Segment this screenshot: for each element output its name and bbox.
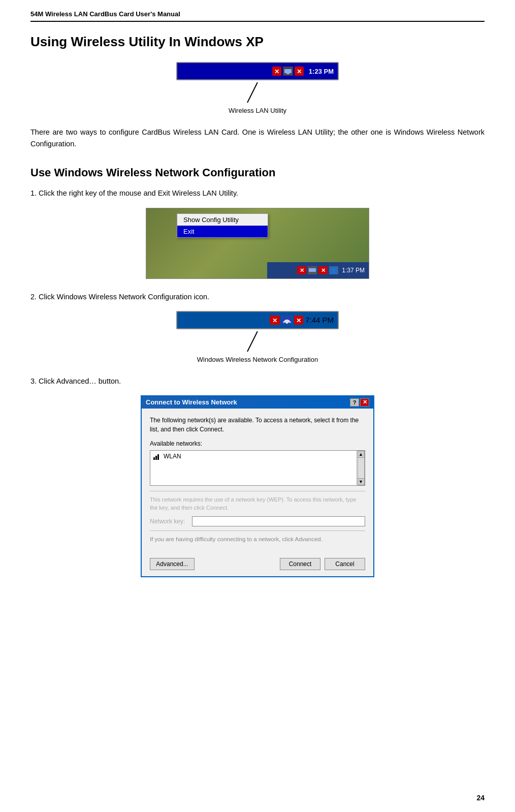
step1-text: 1. Click the right key of the mouse and … xyxy=(30,188,485,199)
svg-rect-11 xyxy=(309,268,316,272)
svg-text:👤: 👤 xyxy=(330,267,337,274)
taskbar-screenshot-3: ✕ ✕ 7:44 PM Windows Wireless Network Con… xyxy=(30,311,485,363)
svg-text:✕: ✕ xyxy=(272,317,277,324)
scroll-down[interactable]: ▼ xyxy=(358,478,365,485)
context-menu-container: Show Config Utility Exit ✕ ✕ 👤 1:37 PM xyxy=(146,208,369,279)
taskbar-2-time: 1:37 PM xyxy=(342,267,365,274)
tray-icon-taskbar2-4: 👤 xyxy=(329,266,338,274)
network-item-wlan[interactable]: WLAN xyxy=(151,452,364,461)
svg-text:✕: ✕ xyxy=(300,267,304,273)
connect-button[interactable]: Connect xyxy=(280,558,320,570)
available-networks-label: Available networks: xyxy=(150,440,365,447)
svg-rect-24 xyxy=(155,456,157,460)
step2-text: 2. Click Windows Wireless Network Config… xyxy=(30,291,485,303)
scrollbar[interactable]: ▲ ▼ xyxy=(357,451,365,485)
network-signal-icon xyxy=(153,453,160,460)
section2-title: Use Windows Wireless Network Configurati… xyxy=(30,166,485,179)
taskbar-3-time: 7:44 PM xyxy=(305,316,334,324)
svg-line-22 xyxy=(247,331,258,352)
arrow-annotation-1 xyxy=(242,82,273,105)
network-key-label: Network key: xyxy=(150,518,188,525)
taskbar-1: ✕ ✕ 1:23 PM xyxy=(176,62,339,80)
advanced-button[interactable]: Advanced... xyxy=(150,558,195,570)
divider-1 xyxy=(150,491,365,491)
intro-text: There are two ways to configure CardBus … xyxy=(30,127,485,150)
dialog-title: Connect to Wireless Network xyxy=(146,398,237,406)
connect-wireless-dialog: Connect to Wireless Network ? ✕ The foll… xyxy=(141,395,374,577)
tray-icon-2: ✕ xyxy=(295,67,304,76)
arrow-line-1 xyxy=(242,82,273,105)
header-title: 54M Wireless LAN CardBus Card User's Man… xyxy=(30,10,180,18)
tray-icon-3-2: ✕ xyxy=(294,316,303,325)
taskbar-2: ✕ ✕ 👤 1:37 PM xyxy=(267,262,369,278)
svg-rect-3 xyxy=(284,69,292,73)
windows-wireless-label: Windows Wireless Network Configuration xyxy=(197,356,318,363)
dialog-content: The following network(s) are available. … xyxy=(142,409,373,555)
page-header: 54M Wireless LAN CardBus Card User's Man… xyxy=(30,10,485,22)
tray-icon-3-1: ✕ xyxy=(270,316,280,325)
arrow-line-2 xyxy=(242,331,273,354)
page-title: Using Wireless Utility In Windows XP xyxy=(30,34,485,50)
tray-icon-network xyxy=(283,67,293,76)
svg-rect-4 xyxy=(286,73,289,74)
close-button[interactable]: ✕ xyxy=(360,398,369,407)
svg-point-19 xyxy=(286,322,288,324)
svg-rect-23 xyxy=(153,457,155,460)
wep-notice: This network requires the use of a netwo… xyxy=(150,495,365,512)
networks-listbox[interactable]: WLAN ▲ ▼ xyxy=(150,450,365,486)
difficulty-text: If you are having difficulty connecting … xyxy=(150,535,365,544)
svg-text:✕: ✕ xyxy=(297,68,302,75)
svg-line-7 xyxy=(247,82,258,103)
svg-text:✕: ✕ xyxy=(274,68,279,75)
taskbar-1-time: 1:23 PM xyxy=(309,68,334,75)
context-menu-item-exit[interactable]: Exit xyxy=(177,226,268,237)
svg-text:✕: ✕ xyxy=(296,317,301,324)
context-menu-screenshot: Show Config Utility Exit ✕ ✕ 👤 1:37 PM xyxy=(30,208,485,279)
tray-icon-taskbar2-1: ✕ xyxy=(297,266,306,274)
dialog-titlebar: Connect to Wireless Network ? ✕ xyxy=(142,396,373,409)
page-number: 24 xyxy=(476,794,485,802)
arrow-annotation-2 xyxy=(242,331,273,354)
tray-icon-taskbar2-2 xyxy=(308,266,317,274)
tray-icon-1: ✕ xyxy=(272,67,281,76)
divider-2 xyxy=(150,530,365,531)
taskbar-3: ✕ ✕ 7:44 PM xyxy=(176,311,339,329)
network-key-input[interactable] xyxy=(192,516,365,526)
tray-icon-windows-wireless xyxy=(281,316,293,325)
wireless-lan-utility-label: Wireless LAN Utility xyxy=(229,107,286,114)
tray-icon-taskbar2-3: ✕ xyxy=(318,266,328,274)
taskbar-screenshot-1: ✕ ✕ 1:23 PM Wireless LAN Utility xyxy=(30,62,485,114)
tray-icons-1: ✕ ✕ xyxy=(272,67,304,76)
context-menu-item-show[interactable]: Show Config Utility xyxy=(177,214,268,226)
svg-rect-25 xyxy=(157,454,159,460)
dialog-intro-text: The following network(s) are available. … xyxy=(150,416,365,434)
dialog-screenshot: Connect to Wireless Network ? ✕ The foll… xyxy=(30,395,485,577)
cancel-button[interactable]: Cancel xyxy=(325,558,365,570)
context-menu: Show Config Utility Exit xyxy=(177,213,268,238)
network-key-row: Network key: xyxy=(150,516,365,526)
network-name: WLAN xyxy=(164,453,181,460)
titlebar-buttons: ? ✕ xyxy=(350,398,369,407)
svg-text:✕: ✕ xyxy=(321,267,326,273)
dialog-buttons: Advanced... Connect Cancel xyxy=(142,555,373,576)
scroll-up[interactable]: ▲ xyxy=(358,451,365,458)
step3-text: 3. Click Advanced… button. xyxy=(30,376,485,387)
help-button[interactable]: ? xyxy=(350,398,359,407)
tray-icons-3: ✕ ✕ xyxy=(270,316,303,325)
